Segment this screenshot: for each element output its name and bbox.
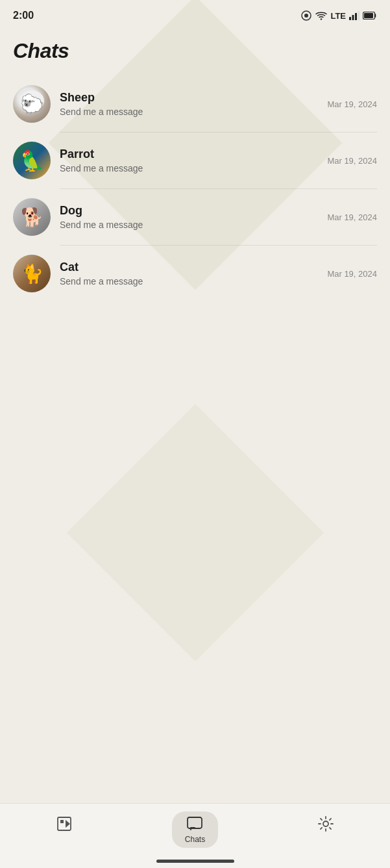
bottom-nav: Chats	[0, 803, 390, 868]
status-time: 2:00	[13, 10, 34, 21]
svg-point-1	[304, 14, 308, 18]
settings-icon	[317, 815, 334, 832]
svg-rect-6	[358, 11, 360, 20]
battery-icon	[363, 12, 377, 19]
status-icons: LTE	[300, 10, 377, 21]
chat-preview-parrot: Send me a message	[60, 163, 319, 173]
chat-info-dog: Dog Send me a message	[60, 204, 319, 230]
chats-icon	[186, 815, 203, 832]
svg-rect-3	[349, 17, 351, 20]
chat-name-dog: Dog	[60, 204, 319, 218]
chat-name-parrot: Parrot	[60, 147, 319, 161]
page-title: Chats	[0, 29, 390, 70]
chat-info-sheep: Sheep Send me a message	[60, 91, 319, 117]
avatar-cat	[13, 255, 51, 292]
chat-preview-dog: Send me a message	[60, 220, 319, 230]
chat-date-dog: Mar 19, 2024	[327, 212, 377, 222]
camera-status-icon	[300, 10, 312, 21]
chat-date-parrot: Mar 19, 2024	[327, 156, 377, 166]
wifi-icon	[315, 11, 327, 20]
chat-date-sheep: Mar 19, 2024	[327, 99, 377, 109]
library-icon	[56, 815, 73, 832]
svg-rect-8	[364, 13, 373, 18]
chat-preview-sheep: Send me a message	[60, 107, 319, 117]
nav-item-chats[interactable]: Chats	[172, 811, 218, 848]
nav-item-library[interactable]	[43, 811, 86, 836]
avatar-sheep	[13, 85, 51, 123]
chat-preview-cat: Send me a message	[60, 276, 319, 287]
nav-item-settings[interactable]	[304, 811, 347, 836]
chat-item-sheep[interactable]: Sheep Send me a message Mar 19, 2024	[0, 76, 390, 132]
chats-nav-label: Chats	[185, 835, 205, 844]
avatar-dog	[13, 198, 51, 236]
svg-rect-10	[60, 820, 64, 823]
chat-date-cat: Mar 19, 2024	[327, 269, 377, 279]
chat-info-parrot: Parrot Send me a message	[60, 147, 319, 173]
chat-info-cat: Cat Send me a message	[60, 261, 319, 287]
signal-icon	[349, 11, 360, 20]
svg-marker-11	[66, 820, 70, 828]
svg-rect-4	[352, 15, 354, 20]
svg-point-2	[321, 18, 322, 19]
svg-point-13	[323, 821, 328, 826]
lte-label: LTE	[330, 11, 346, 21]
svg-rect-12	[188, 817, 202, 828]
chat-name-sheep: Sheep	[60, 91, 319, 105]
chat-list: Sheep Send me a message Mar 19, 2024 Par…	[0, 70, 390, 308]
chat-item-parrot[interactable]: Parrot Send me a message Mar 19, 2024	[0, 133, 390, 188]
chat-item-cat[interactable]: Cat Send me a message Mar 19, 2024	[0, 246, 390, 301]
svg-rect-5	[355, 13, 357, 20]
home-indicator	[156, 860, 234, 863]
avatar-parrot	[13, 142, 51, 179]
status-bar: 2:00 LTE	[0, 0, 390, 29]
bg-watermark-bottom	[67, 404, 324, 661]
chat-item-dog[interactable]: Dog Send me a message Mar 19, 2024	[0, 189, 390, 245]
chat-name-cat: Cat	[60, 261, 319, 274]
